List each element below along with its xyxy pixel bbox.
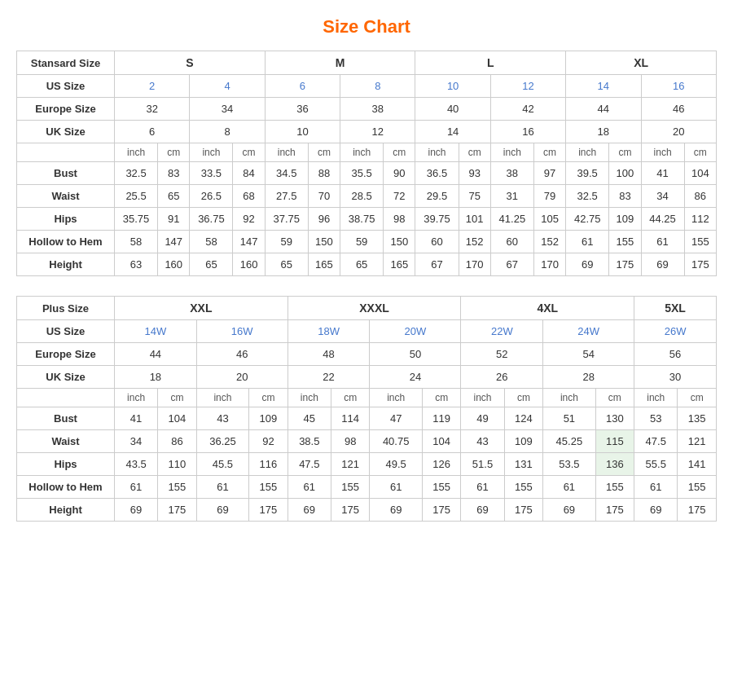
unit-inch-8: inch xyxy=(641,143,684,162)
waist-val-5: 70 xyxy=(308,185,340,208)
unit-empty xyxy=(17,143,115,162)
unit-inch-2: inch xyxy=(190,143,233,162)
uk-size-label: UK Size xyxy=(17,121,115,143)
plus-unit-cm-1: cm xyxy=(158,389,197,407)
plus-unit-inch-7: inch xyxy=(634,389,678,407)
plus-bust-val-2: 43 xyxy=(196,407,248,430)
plus-uk-size-label: UK Size xyxy=(17,366,115,389)
plus-hips-val-13: 141 xyxy=(678,453,717,476)
unit-inch-1: inch xyxy=(115,143,158,162)
plus-bust-row: Bust 41 104 43 109 45 114 47 119 49 124 … xyxy=(17,407,717,430)
plus-bust-val-7: 119 xyxy=(422,407,461,430)
bust-val-5: 88 xyxy=(308,162,340,185)
hips-val-7: 98 xyxy=(384,208,415,231)
plus-uk-18: 18 xyxy=(115,366,197,389)
plus-bust-val-6: 47 xyxy=(370,407,422,430)
waist-row: Waist 25.5 65 26.5 68 27.5 70 28.5 72 29… xyxy=(17,185,717,208)
plus-us-22w: 22W xyxy=(461,320,543,343)
plus-hollow-val-13: 155 xyxy=(678,476,717,499)
plus-hollow-val-1: 155 xyxy=(158,476,197,499)
plus-unit-cm-4: cm xyxy=(422,389,461,407)
us-size-4: 4 xyxy=(190,75,265,98)
hips-val-12: 42.75 xyxy=(566,208,609,231)
height-val-7: 165 xyxy=(384,253,415,276)
unit-cm-1: cm xyxy=(158,143,190,162)
m-header: M xyxy=(265,51,415,75)
plus-uk-30: 30 xyxy=(634,366,717,389)
height-row: Height 63 160 65 160 65 165 65 165 67 17… xyxy=(17,253,717,276)
plus-us-20w: 20W xyxy=(370,320,461,343)
plus-height-val-10: 69 xyxy=(543,499,595,522)
plus-waist-label: Waist xyxy=(17,430,115,453)
bust-val-3: 84 xyxy=(233,162,265,185)
plus-unit-inch-5: inch xyxy=(461,389,504,407)
uk-size-10: 10 xyxy=(265,121,340,143)
4xl-header: 4XL xyxy=(461,297,634,320)
plus-bust-val-11: 130 xyxy=(595,407,634,430)
europe-size-32: 32 xyxy=(115,98,190,121)
plus-hollow-val-6: 61 xyxy=(370,476,422,499)
hips-label: Hips xyxy=(17,208,115,231)
unit-cm-8: cm xyxy=(684,143,716,162)
plus-us-14w: 14W xyxy=(115,320,197,343)
plus-bust-val-10: 51 xyxy=(543,407,595,430)
height-label: Height xyxy=(17,253,115,276)
plus-unit-inch-3: inch xyxy=(287,389,331,407)
plus-waist-val-9: 109 xyxy=(504,430,543,453)
bust-val-1: 83 xyxy=(158,162,190,185)
plus-bust-val-4: 45 xyxy=(287,407,331,430)
bust-val-7: 90 xyxy=(384,162,415,185)
plus-hips-val-1: 110 xyxy=(158,453,197,476)
plus-hips-val-8: 51.5 xyxy=(461,453,504,476)
uk-size-18: 18 xyxy=(566,121,641,143)
plus-height-val-2: 69 xyxy=(196,499,248,522)
plus-hips-val-3: 116 xyxy=(249,453,288,476)
height-val-11: 170 xyxy=(533,253,565,276)
hollow-val-13: 155 xyxy=(609,231,641,253)
hollow-val-7: 150 xyxy=(384,231,415,253)
plus-height-val-8: 69 xyxy=(461,499,504,522)
unit-cm-7: cm xyxy=(609,143,641,162)
hollow-val-2: 58 xyxy=(190,231,233,253)
xxl-header: XXL xyxy=(115,297,288,320)
waist-val-7: 72 xyxy=(384,185,415,208)
us-size-10: 10 xyxy=(415,75,490,98)
waist-val-8: 29.5 xyxy=(415,185,459,208)
plus-unit-inch-6: inch xyxy=(543,389,595,407)
height-val-5: 165 xyxy=(308,253,340,276)
europe-size-38: 38 xyxy=(340,98,415,121)
plus-uk-26: 26 xyxy=(461,366,543,389)
plus-height-val-6: 69 xyxy=(370,499,422,522)
europe-size-40: 40 xyxy=(415,98,490,121)
bust-val-10: 38 xyxy=(490,162,533,185)
waist-val-1: 65 xyxy=(158,185,190,208)
waist-val-0: 25.5 xyxy=(115,185,158,208)
bust-val-4: 34.5 xyxy=(265,162,308,185)
plus-waist-val-6: 40.75 xyxy=(370,430,422,453)
unit-cm-6: cm xyxy=(533,143,565,162)
plus-height-val-7: 175 xyxy=(422,499,461,522)
uk-size-6: 6 xyxy=(115,121,190,143)
plus-waist-val-1: 86 xyxy=(158,430,197,453)
plus-bust-label: Bust xyxy=(17,407,115,430)
page-title: Size Chart xyxy=(16,16,717,37)
plus-bust-val-8: 49 xyxy=(461,407,504,430)
unit-cm-2: cm xyxy=(233,143,265,162)
height-val-9: 170 xyxy=(459,253,490,276)
plus-bust-val-5: 114 xyxy=(331,407,370,430)
hips-val-5: 96 xyxy=(308,208,340,231)
plus-hollow-label: Hollow to Hem xyxy=(17,476,115,499)
plus-hollow-val-3: 155 xyxy=(249,476,288,499)
plus-hips-val-10: 53.5 xyxy=(543,453,595,476)
plus-hips-val-0: 43.5 xyxy=(115,453,158,476)
plus-europe-56: 56 xyxy=(634,343,717,366)
plus-size-table: Plus Size XXL XXXL 4XL 5XL US Size 14W 1… xyxy=(16,296,717,522)
bust-val-14: 41 xyxy=(641,162,684,185)
plus-hollow-val-10: 61 xyxy=(543,476,595,499)
hollow-val-9: 152 xyxy=(459,231,490,253)
hollow-val-5: 150 xyxy=(308,231,340,253)
plus-us-size-label: US Size xyxy=(17,320,115,343)
height-val-15: 175 xyxy=(684,253,716,276)
waist-val-3: 68 xyxy=(233,185,265,208)
plus-bust-val-1: 104 xyxy=(158,407,197,430)
